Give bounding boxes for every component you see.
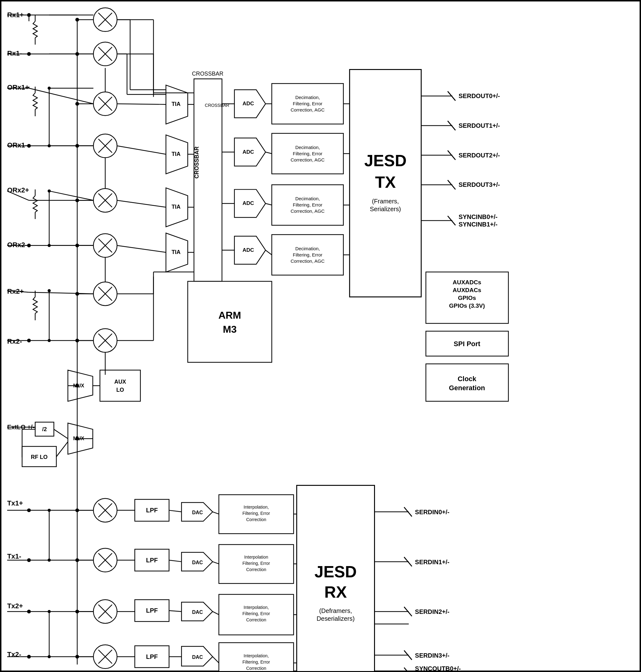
svg-text:ADC: ADC <box>243 100 254 107</box>
svg-text:Interpolation,: Interpolation, <box>244 505 269 510</box>
svg-text:TIA: TIA <box>172 101 180 107</box>
svg-point-146 <box>75 18 79 22</box>
crossbar-block <box>194 79 222 281</box>
serdout1-label: SERDOUT1+/- <box>459 122 500 129</box>
orx1-minus-label: ORx1- <box>7 141 27 149</box>
svg-text:Filtering, Error: Filtering, Error <box>242 511 270 516</box>
svg-point-148 <box>75 102 79 106</box>
svg-text:ADC: ADC <box>243 247 254 253</box>
svg-text:JESD: JESD <box>314 563 357 581</box>
svg-text:Filtering, Error: Filtering, Error <box>242 561 270 566</box>
svg-text:AUXDACs: AUXDACs <box>453 287 481 293</box>
svg-text:DAC: DAC <box>192 560 203 565</box>
svg-text:ADC: ADC <box>243 149 254 155</box>
svg-text:AUX: AUX <box>114 379 126 385</box>
svg-text:SPI Port: SPI Port <box>454 340 480 348</box>
svg-text:Clock: Clock <box>458 375 477 383</box>
svg-point-165 <box>75 437 79 441</box>
svg-text:Deserializers): Deserializers) <box>317 615 355 622</box>
rx1-minus-label: Rx1- <box>7 49 22 57</box>
serdin1-label: SERDIN1+/- <box>415 559 449 565</box>
svg-point-268 <box>48 610 51 613</box>
aux-lo-block <box>100 370 140 401</box>
svg-text:ARM: ARM <box>219 310 241 321</box>
tx2-plus-label: Tx2+ <box>7 602 23 610</box>
syncoutb0-label: SYNCOUTB0+/- <box>415 665 461 671</box>
svg-text:Decimation,: Decimation, <box>295 246 320 251</box>
syncinb1-label: SYNCINB1+/- <box>459 221 498 228</box>
orx2-plus-label: ORx2+ <box>7 186 29 194</box>
svg-text:DAC: DAC <box>192 609 203 615</box>
svg-text:Filtering, Error: Filtering, Error <box>293 101 323 106</box>
svg-text:Correction: Correction <box>246 617 266 622</box>
svg-text:Correction, AGC: Correction, AGC <box>291 107 325 112</box>
svg-point-154 <box>75 508 79 512</box>
block-diagram: Rx1+ Rx1- ORx1+ ORx1- ORx2+ ORx2- Rx2+ R… <box>0 0 641 672</box>
svg-text:Filtering, Error: Filtering, Error <box>242 611 270 616</box>
svg-text:(Framers,: (Framers, <box>372 198 399 205</box>
svg-text:Correction: Correction <box>246 567 266 572</box>
svg-point-153 <box>75 339 79 342</box>
svg-point-150 <box>75 198 79 202</box>
orx2-minus-label: ORx2- <box>7 241 27 249</box>
tx1-minus-label: Tx1- <box>7 552 21 560</box>
orx1-plus-label: ORx1+ <box>7 83 29 91</box>
svg-text:Filtering, Error: Filtering, Error <box>293 252 323 257</box>
svg-text:ADC: ADC <box>243 200 254 206</box>
svg-text:Serializers): Serializers) <box>370 205 401 213</box>
svg-text:TIA: TIA <box>172 151 180 157</box>
svg-text:Decimation,: Decimation, <box>295 145 320 150</box>
svg-text:Correction: Correction <box>246 666 266 671</box>
serdout3-label: SERDOUT3+/- <box>459 181 500 188</box>
svg-text:LPF: LPF <box>146 607 158 614</box>
svg-text:LPF: LPF <box>146 557 158 564</box>
svg-point-269 <box>48 655 51 658</box>
svg-text:Filtering, Error: Filtering, Error <box>293 151 323 156</box>
svg-text:CROSSBAR: CROSSBAR <box>194 147 200 179</box>
svg-point-157 <box>75 655 79 659</box>
arm-m3-block <box>188 282 272 362</box>
svg-text:GPIOs (3.3V): GPIOs (3.3V) <box>449 303 485 309</box>
svg-point-263 <box>48 339 51 342</box>
svg-point-155 <box>75 558 79 562</box>
svg-text:GPIOs: GPIOs <box>458 295 476 301</box>
serdin0-label: SERDIN0+/- <box>415 509 449 515</box>
svg-text:LPF: LPF <box>146 653 158 660</box>
svg-text:TIA: TIA <box>172 249 180 255</box>
svg-text:/2: /2 <box>42 426 47 432</box>
svg-text:DAC: DAC <box>192 655 203 660</box>
svg-text:Filtering, Error: Filtering, Error <box>242 659 270 664</box>
svg-point-156 <box>75 609 79 613</box>
serdout2-label: SERDOUT2+/- <box>459 152 500 159</box>
tx1-plus-label: Tx1+ <box>7 499 23 507</box>
svg-text:Interpolation,: Interpolation, <box>244 653 269 658</box>
svg-text:LO: LO <box>116 387 124 393</box>
rx2-minus-label: Rx2- <box>7 337 22 345</box>
svg-text:M3: M3 <box>223 324 237 335</box>
svg-text:Correction, AGC: Correction, AGC <box>291 209 325 214</box>
svg-text:Generation: Generation <box>449 384 485 392</box>
svg-point-265 <box>48 509 51 512</box>
svg-text:Decimation,: Decimation, <box>295 95 320 100</box>
svg-text:TX: TX <box>375 173 396 191</box>
syncinb0-label: SYNCINB0+/- <box>459 213 498 220</box>
svg-text:LPF: LPF <box>146 507 158 514</box>
svg-text:Correction: Correction <box>246 517 266 522</box>
svg-text:TIA: TIA <box>172 204 180 210</box>
svg-point-152 <box>75 292 79 296</box>
svg-text:AUXADCs: AUXADCs <box>453 279 481 285</box>
svg-text:DAC: DAC <box>192 510 203 515</box>
serdout0-label: SERDOUT0+/- <box>459 93 500 99</box>
svg-point-262 <box>48 289 51 292</box>
serdin2-label: SERDIN2+/- <box>415 608 449 615</box>
svg-text:Interpolation: Interpolation <box>244 554 268 560</box>
svg-point-168 <box>75 384 79 388</box>
svg-text:Decimation,: Decimation, <box>295 196 320 201</box>
svg-text:RX: RX <box>324 583 347 601</box>
svg-text:Correction, AGC: Correction, AGC <box>291 157 325 162</box>
svg-text:(Deframers,: (Deframers, <box>319 607 352 614</box>
svg-point-266 <box>48 559 51 562</box>
tx2-minus-label: Tx2- <box>7 650 21 658</box>
serdin3-label: SERDIN3+/- <box>415 652 449 659</box>
svg-text:RF LO: RF LO <box>31 454 48 460</box>
